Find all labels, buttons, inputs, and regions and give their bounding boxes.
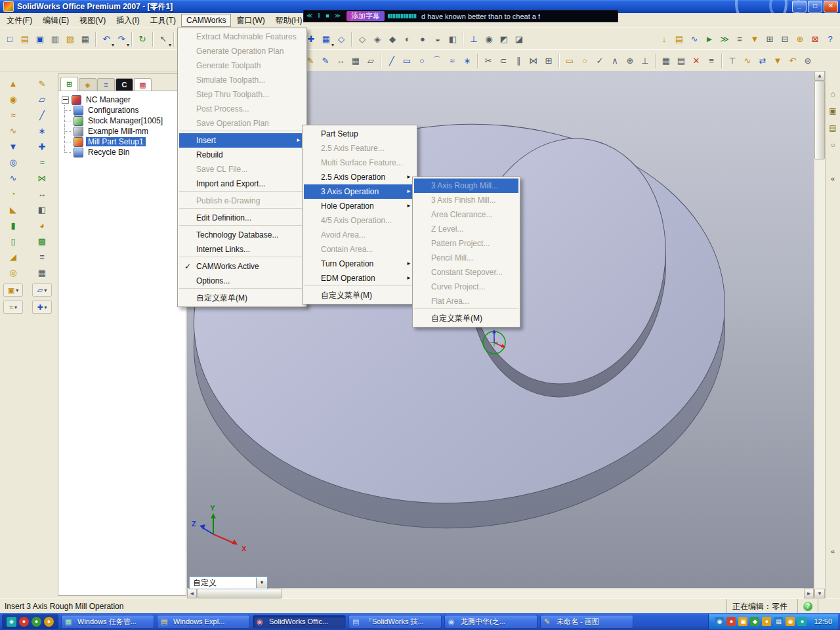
- horizontal-scroll-thumb[interactable]: [197, 589, 282, 598]
- 3d-sketch-button[interactable]: ✎: [318, 54, 333, 68]
- shell-button[interactable]: ▯: [6, 234, 20, 248]
- vertical-scroll-track[interactable]: [814, 159, 825, 589]
- menu-item-insert[interactable]: Insert: [179, 133, 305, 148]
- taskbar-button-solidworks[interactable]: ◉ SolidWorks Offic...: [253, 615, 346, 629]
- tray-ime-icon[interactable]: ▣: [738, 617, 747, 626]
- generate-toolpath-button[interactable]: ∿: [687, 32, 702, 47]
- tray-antivirus-icon[interactable]: ◆: [750, 617, 759, 626]
- step-thru-toolpath-button[interactable]: ≫: [717, 32, 732, 47]
- save-cl-file-button[interactable]: ▼: [747, 32, 762, 47]
- redo-button[interactable]: ↷: [114, 32, 129, 47]
- balloon-button[interactable]: ○: [578, 54, 592, 68]
- appearance-button[interactable]: ◕: [35, 218, 49, 232]
- simulate-toolpath-button[interactable]: ►: [702, 32, 717, 47]
- menubar-item-file[interactable]: 文件(F): [1, 13, 37, 28]
- combo-dropdown-button[interactable]: ▾: [256, 578, 267, 588]
- material-button[interactable]: ▩: [35, 234, 49, 248]
- scroll-right-button[interactable]: ►: [804, 589, 814, 598]
- perspective-button[interactable]: ◩: [497, 32, 511, 47]
- configurationmanager-tab[interactable]: ≡: [97, 78, 115, 91]
- shaded-button[interactable]: ●: [415, 32, 430, 47]
- help-icon[interactable]: ?: [803, 602, 812, 611]
- collapse-chevron-icon[interactable]: «: [831, 175, 835, 182]
- close-button[interactable]: ✕: [824, 1, 838, 12]
- scroll-up-button[interactable]: ▲: [814, 71, 825, 81]
- point-button[interactable]: ∗: [460, 54, 474, 68]
- menu-item-technology-database[interactable]: Technology Database...: [179, 228, 305, 242]
- undo-button[interactable]: ↶: [99, 32, 114, 47]
- extract-machinable-features-button[interactable]: ↓: [657, 32, 671, 47]
- collapse-chevron-icon[interactable]: «: [831, 547, 835, 555]
- weld-symbol-button[interactable]: ∧: [608, 54, 622, 68]
- datum-feature-button[interactable]: ⊥: [638, 54, 652, 68]
- quick-launch-qq-icon[interactable]: ●: [19, 617, 29, 627]
- open-document-button[interactable]: ▤: [18, 32, 32, 47]
- camera-views-button[interactable]: ◉: [482, 32, 496, 47]
- horizontal-scrollbar[interactable]: ◄ ►: [187, 588, 814, 598]
- axis-button[interactable]: ╱: [35, 108, 49, 122]
- feed-speed-button[interactable]: ∿: [740, 54, 755, 68]
- toolpath-display-button[interactable]: ⇄: [755, 54, 770, 68]
- select-arrow-button[interactable]: ↖: [156, 32, 171, 47]
- tree-item-configurations[interactable]: Configurations: [60, 105, 184, 116]
- menu-item-edm-operation[interactable]: EDM Operation: [304, 271, 415, 286]
- quick-launch-player-icon[interactable]: ◈: [7, 617, 16, 627]
- mirror-button[interactable]: ⋈: [35, 171, 49, 185]
- scroll-left-button[interactable]: ◄: [187, 589, 197, 598]
- tree-item-nc-manager[interactable]: NC Manager: [60, 94, 184, 105]
- draft-button[interactable]: ◢: [6, 249, 20, 264]
- offset-entities-button[interactable]: ∥: [511, 54, 526, 68]
- camworks-settings-button[interactable]: ⊚: [801, 54, 815, 68]
- wireframe-button[interactable]: ◇: [355, 32, 369, 47]
- hidden-lines-visible-button[interactable]: ◈: [370, 32, 385, 47]
- quick-launch-browser-icon[interactable]: ●: [44, 617, 54, 627]
- lofted-boss-button[interactable]: ∿: [6, 123, 20, 138]
- menu-item-internet-links[interactable]: Internet Links...: [179, 242, 305, 257]
- swept-boss-button[interactable]: ≈: [6, 108, 20, 122]
- menubar-item-edit[interactable]: 编辑(E): [37, 13, 74, 28]
- camworks-options-button[interactable]: ⊟: [778, 32, 792, 47]
- revolved-cut-button[interactable]: ◎: [6, 155, 20, 169]
- shadows-button[interactable]: ◒: [430, 32, 445, 47]
- view-orientation-button[interactable]: ◇: [334, 32, 348, 47]
- menubar-item-view[interactable]: 视图(V): [74, 13, 111, 28]
- swept-cut-button[interactable]: ∿: [6, 171, 20, 185]
- featuremanager-tab[interactable]: ⊞: [60, 77, 78, 91]
- camworks-feature-tree-tab[interactable]: C: [116, 78, 133, 91]
- media-pause-button[interactable]: ‖: [315, 11, 323, 21]
- menu-item-turn-operation[interactable]: Turn Operation: [304, 257, 415, 271]
- note-button[interactable]: ▭: [562, 54, 577, 68]
- tray-network-icon[interactable]: ◉: [715, 617, 724, 626]
- define-tool-button[interactable]: ⊤: [725, 54, 740, 68]
- circle-button[interactable]: ○: [415, 54, 429, 68]
- menu-item-camworks-active[interactable]: CAMWorks Active: [179, 259, 305, 274]
- section-view-button[interactable]: ◧: [446, 32, 460, 47]
- menubar-item-window[interactable]: 窗口(W): [231, 13, 270, 28]
- vertical-scrollbar[interactable]: ▲ ▼: [814, 71, 825, 598]
- taskbar-button-solidworks-book[interactable]: ▤ 『SolidWorks 技...: [348, 615, 442, 629]
- trim-entities-button[interactable]: ✂: [481, 54, 495, 68]
- media-previous-button[interactable]: ≪: [304, 11, 315, 21]
- section-properties-button[interactable]: ◧: [35, 202, 49, 217]
- generate-operation-plan-button[interactable]: ▤: [672, 32, 686, 47]
- table-button[interactable]: ▦: [659, 54, 673, 68]
- spline-button[interactable]: ≈: [445, 54, 459, 68]
- menu-item-part-setup[interactable]: Part Setup: [304, 127, 415, 141]
- geometric-tolerance-button[interactable]: ⊕: [623, 54, 637, 68]
- propertymanager-tab[interactable]: ◈: [79, 78, 96, 91]
- reference-flyout-button[interactable]: ▱ ▾: [32, 284, 52, 297]
- make-assembly-from-part-button[interactable]: ▧: [63, 32, 77, 47]
- tree-item-mill-part-setup1[interactable]: Mill Part Setup1: [60, 136, 184, 147]
- operation-undo-button[interactable]: ↶: [786, 54, 800, 68]
- shaded-with-edges-button[interactable]: ◐: [400, 32, 415, 47]
- toolbar-customize-combo[interactable]: 自定义 ▾: [189, 576, 268, 589]
- measure-button[interactable]: ↔: [35, 186, 49, 201]
- grid-settings-button[interactable]: ▦: [348, 54, 363, 68]
- realview-button[interactable]: ◪: [512, 32, 526, 47]
- menu-item-hole-operation[interactable]: Hole Operation: [304, 199, 415, 213]
- delete-button[interactable]: ✕: [689, 54, 704, 68]
- document-properties-button[interactable]: ≡: [704, 54, 719, 68]
- hole-wizard-button[interactable]: ◎: [6, 265, 20, 280]
- plane-button[interactable]: ▱: [35, 92, 49, 106]
- tools-flyout-button[interactable]: ✚ ▾: [32, 301, 52, 314]
